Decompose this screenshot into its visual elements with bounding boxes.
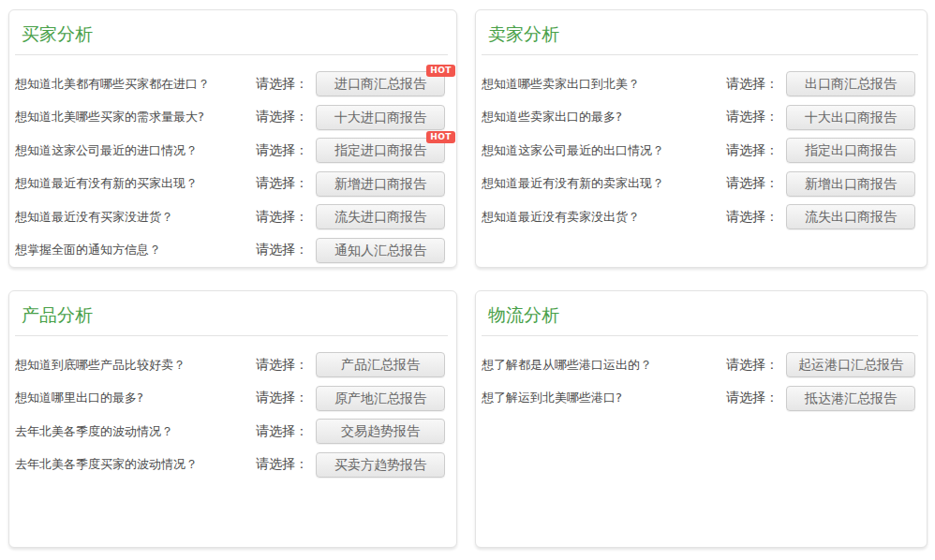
report-button-lost-exporters[interactable]: 流失出口商报告 [786,204,915,229]
button-wrap: 产品汇总报告 [316,352,445,377]
report-row: 想知道这家公司最近的进口情况？ 请选择： 指定进口商报告 HOT [9,134,456,168]
select-label: 请选择： [256,142,308,159]
report-rows: 想了解都是从哪些港口运出的？ 请选择： 起运港口汇总报告 想了解运到北美哪些港口… [476,348,927,415]
divider [482,54,918,55]
panel-logistics-analysis: 物流分析 想了解都是从哪些港口运出的？ 请选择： 起运港口汇总报告 想了解运到北… [475,290,928,548]
hot-badge: HOT [426,131,455,143]
report-button-origin-summary[interactable]: 原产地汇总报告 [316,386,445,411]
select-label: 请选择： [256,423,308,440]
select-label: 请选择： [256,357,308,374]
question-text: 去年北美各季度的波动情况？ [15,423,256,440]
report-row: 去年北美各季度的波动情况？ 请选择： 交易趋势报告 [9,415,456,449]
button-wrap: 原产地汇总报告 [316,386,445,411]
report-button-product-summary[interactable]: 产品汇总报告 [316,352,445,377]
question-text: 想知道哪些卖家出口到北美？ [482,76,726,93]
report-row: 想了解都是从哪些港口运出的？ 请选择： 起运港口汇总报告 [476,348,927,382]
button-wrap: 交易趋势报告 [316,419,445,444]
panel-title: 卖家分析 [488,22,913,47]
report-row: 去年北美各季度买家的波动情况？ 请选择： 买卖方趋势报告 [9,449,456,482]
question-text: 想知道哪里出口的最多? [15,390,256,406]
button-wrap: 起运港口汇总报告 [786,352,915,377]
report-rows: 想知道哪些卖家出口到北美？ 请选择： 出口商汇总报告 想知道些卖家出口的最多? … [476,67,927,234]
report-button-buyer-seller-trend[interactable]: 买卖方趋势报告 [316,452,445,478]
question-text: 想知道些卖家出口的最多? [482,109,726,125]
button-wrap: 指定出口商报告 [786,138,915,163]
button-wrap: 十大出口商报告 [786,105,915,130]
divider [15,335,448,336]
select-label: 请选择： [726,142,779,159]
button-wrap: 买卖方趋势报告 [316,452,445,478]
panel-title: 买家分析 [22,22,442,47]
select-label: 请选择： [726,209,779,226]
question-text: 想知道最近有没有新的卖家出现？ [482,175,726,192]
report-button-trade-trend[interactable]: 交易趋势报告 [316,419,445,444]
panel-title: 物流分析 [488,302,913,328]
question-text: 想知道这家公司最近的出口情况？ [482,142,726,159]
report-row: 想知道到底哪些产品比较好卖？ 请选择： 产品汇总报告 [9,348,456,382]
question-text: 想掌握全面的通知方信息？ [15,242,256,258]
question-text: 想知道北美都有哪些买家都在进口？ [15,76,256,93]
select-label: 请选择： [256,456,308,473]
panel-seller-analysis: 卖家分析 想知道哪些卖家出口到北美？ 请选择： 出口商汇总报告 想知道些卖家出口… [475,9,928,268]
report-button-lost-importers[interactable]: 流失进口商报告 [316,204,445,229]
button-wrap: 新增进口商报告 [316,171,445,197]
hot-badge: HOT [426,65,455,77]
question-text: 想了解都是从哪些港口运出的？ [482,357,726,374]
report-row: 想知道最近有没有新的买家出现？ 请选择： 新增进口商报告 [9,168,456,201]
select-label: 请选择： [726,357,779,374]
report-button-notify-party-summary[interactable]: 通知人汇总报告 [316,238,445,263]
select-label: 请选择： [726,109,779,125]
report-button-arrival-port-summary[interactable]: 抵达港汇总报告 [786,386,915,411]
question-text: 想知道最近有没有新的买家出现？ [15,175,256,192]
report-row: 想知道最近没有卖家没出货？ 请选择： 流失出口商报告 [476,200,927,234]
report-rows: 想知道北美都有哪些买家都在进口？ 请选择： 进口商汇总报告 HOT 想知道北美哪… [9,67,456,267]
report-button-new-importers[interactable]: 新增进口商报告 [316,171,445,197]
report-row: 想知道这家公司最近的出口情况？ 请选择： 指定出口商报告 [476,134,927,168]
button-wrap: 流失进口商报告 [316,204,445,229]
report-button-exporter-summary[interactable]: 出口商汇总报告 [786,71,915,96]
report-row: 想知道些卖家出口的最多? 请选择： 十大出口商报告 [476,101,927,135]
panel-buyer-analysis: 买家分析 想知道北美都有哪些买家都在进口？ 请选择： 进口商汇总报告 HOT 想… [8,9,457,268]
report-row: 想知道最近没有买家没进货？ 请选择： 流失进口商报告 [9,200,456,234]
button-wrap: 出口商汇总报告 [786,71,915,96]
button-wrap: 指定进口商报告 HOT [316,138,445,163]
button-wrap: 抵达港汇总报告 [786,386,915,411]
question-text: 想知道这家公司最近的进口情况？ [15,142,256,159]
question-text: 想知道北美哪些买家的需求量最大? [15,109,256,125]
divider [482,335,918,336]
report-rows: 想知道到底哪些产品比较好卖？ 请选择： 产品汇总报告 想知道哪里出口的最多? 请… [9,348,456,481]
question-text: 想了解运到北美哪些港口? [482,390,726,406]
select-label: 请选择： [726,390,779,406]
button-wrap: 通知人汇总报告 [316,238,445,263]
report-row: 想掌握全面的通知方信息？ 请选择： 通知人汇总报告 [9,234,456,268]
report-row: 想知道哪里出口的最多? 请选择： 原产地汇总报告 [9,382,456,416]
report-button-new-exporters[interactable]: 新增出口商报告 [786,171,915,197]
select-label: 请选择： [256,175,308,192]
report-row: 想知道最近有没有新的卖家出现？ 请选择： 新增出口商报告 [476,168,927,201]
report-button-specified-exporter[interactable]: 指定出口商报告 [786,138,915,163]
button-wrap: 进口商汇总报告 HOT [316,71,445,96]
report-button-top10-importers[interactable]: 十大进口商报告 [316,105,445,130]
report-button-top10-exporters[interactable]: 十大出口商报告 [786,105,915,130]
select-label: 请选择： [256,209,308,226]
button-wrap: 十大进口商报告 [316,105,445,130]
select-label: 请选择： [256,390,308,406]
button-wrap: 流失出口商报告 [786,204,915,229]
button-wrap: 新增出口商报告 [786,171,915,197]
panel-title: 产品分析 [22,302,442,328]
select-label: 请选择： [256,76,308,93]
question-text: 想知道最近没有卖家没出货？ [482,209,726,226]
select-label: 请选择： [256,109,308,125]
divider [15,54,448,55]
report-row: 想了解运到北美哪些港口? 请选择： 抵达港汇总报告 [476,382,927,416]
report-button-departure-port-summary[interactable]: 起运港口汇总报告 [786,352,915,377]
panel-product-analysis: 产品分析 想知道到底哪些产品比较好卖？ 请选择： 产品汇总报告 想知道哪里出口的… [8,290,457,548]
question-text: 想知道到底哪些产品比较好卖？ [15,357,256,374]
question-text: 去年北美各季度买家的波动情况？ [15,456,256,473]
select-label: 请选择： [726,175,779,192]
select-label: 请选择： [726,76,779,93]
question-text: 想知道最近没有买家没进货？ [15,209,256,226]
report-row: 想知道北美哪些买家的需求量最大? 请选择： 十大进口商报告 [9,101,456,135]
report-row: 想知道北美都有哪些买家都在进口？ 请选择： 进口商汇总报告 HOT [9,67,456,101]
select-label: 请选择： [256,242,308,258]
